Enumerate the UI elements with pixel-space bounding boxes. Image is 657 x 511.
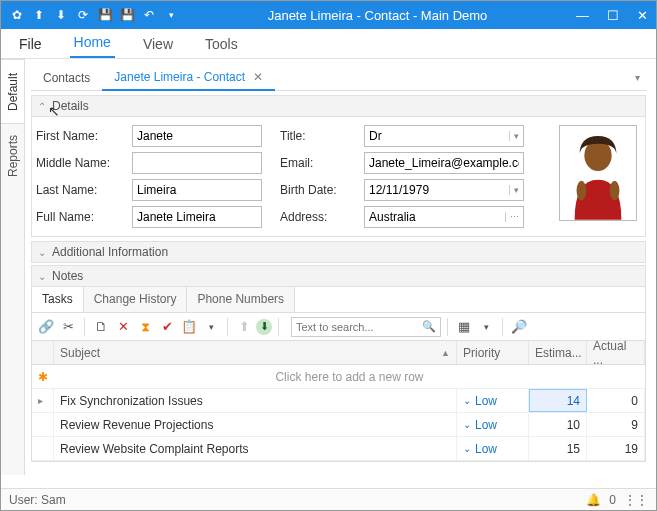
- last-name-field[interactable]: [132, 179, 262, 201]
- address-field[interactable]: ⋯: [364, 206, 524, 228]
- table-row[interactable]: ▸Fix Synchronization Issues⌄Low140: [32, 389, 645, 413]
- cell-estimated[interactable]: 10: [529, 413, 587, 436]
- dropdown-icon[interactable]: ▾: [476, 317, 496, 337]
- email-field[interactable]: [364, 152, 524, 174]
- new-icon[interactable]: 🗋: [91, 317, 111, 337]
- cell-priority[interactable]: ⌄Low: [457, 389, 529, 412]
- delete-icon[interactable]: ✕: [113, 317, 133, 337]
- up-circle-icon[interactable]: ⬆: [234, 317, 254, 337]
- dropdown-icon[interactable]: ▾: [201, 317, 221, 337]
- table-row[interactable]: Review Revenue Projections⌄Low109: [32, 413, 645, 437]
- search-input[interactable]: 🔍: [291, 317, 441, 337]
- grid-toolbar: 🔗 ✂ 🗋 ✕ ⧗ ✔ 📋 ▾ ⬆ ⬇ 🔍 ▦ ▾ 🔎: [31, 313, 646, 341]
- birth-date-field[interactable]: ▾: [364, 179, 524, 201]
- link-icon[interactable]: 🔗: [36, 317, 56, 337]
- details-panel: First Name: Middle Name: Last Name: Full…: [31, 117, 646, 237]
- contact-photo[interactable]: [559, 125, 637, 221]
- cell-actual[interactable]: 0: [587, 389, 645, 412]
- sub-tab-phone-numbers[interactable]: Phone Numbers: [187, 287, 295, 312]
- sub-tab-change-history[interactable]: Change History: [84, 287, 188, 312]
- grid-header-priority[interactable]: Priority: [457, 341, 529, 364]
- close-tab-icon[interactable]: ✕: [253, 70, 263, 84]
- arrow-up-icon[interactable]: ⬆: [31, 7, 47, 23]
- row-indicator: [32, 437, 54, 460]
- grip-icon[interactable]: ⋮⋮: [624, 493, 648, 507]
- svg-point-2: [577, 181, 587, 200]
- doc-tab-contact-detail[interactable]: Janete Limeira - Contact ✕: [102, 65, 275, 91]
- cell-actual[interactable]: 9: [587, 413, 645, 436]
- window-buttons: — ☐ ✕: [576, 8, 648, 23]
- sub-tabs: Tasks Change History Phone Numbers: [31, 287, 646, 313]
- section-header-details[interactable]: ⌃ Details: [31, 95, 646, 117]
- label-middle-name: Middle Name:: [36, 152, 128, 174]
- doc-tabs-dropdown[interactable]: ▾: [629, 68, 646, 87]
- qat-dropdown-icon[interactable]: ▾: [163, 7, 179, 23]
- chevron-down-icon: ⌄: [463, 419, 471, 430]
- ribbon-tab-view[interactable]: View: [139, 30, 177, 58]
- minimize-button[interactable]: —: [576, 8, 589, 23]
- ribbon-tab-file[interactable]: File: [15, 30, 46, 58]
- gear-icon[interactable]: ✿: [9, 7, 25, 23]
- check-icon[interactable]: ✔: [157, 317, 177, 337]
- ribbon-tab-tools[interactable]: Tools: [201, 30, 242, 58]
- grid-header-estimated[interactable]: Estima...: [529, 341, 587, 364]
- label-title: Title:: [280, 125, 360, 147]
- doc-tab-contacts[interactable]: Contacts: [31, 66, 102, 90]
- chevron-down-icon[interactable]: ▾: [509, 131, 519, 141]
- table-row[interactable]: Review Website Complaint Reports⌄Low1519: [32, 437, 645, 461]
- grid-new-row[interactable]: ✱ Click here to add a new row: [32, 365, 645, 389]
- cell-priority[interactable]: ⌄Low: [457, 437, 529, 460]
- cell-estimated[interactable]: 15: [529, 437, 587, 460]
- close-button[interactable]: ✕: [637, 8, 648, 23]
- save-close-icon[interactable]: 💾: [119, 7, 135, 23]
- clipboard-icon[interactable]: 📋: [179, 317, 199, 337]
- grid-header: Subject▲ Priority Estima... Actual ...: [32, 341, 645, 365]
- bell-icon[interactable]: 🔔: [586, 493, 601, 507]
- status-bar: User: Sam 🔔 0 ⋮⋮: [1, 488, 656, 510]
- label-first-name: First Name:: [36, 125, 128, 147]
- cell-actual[interactable]: 19: [587, 437, 645, 460]
- label-address: Address:: [280, 206, 360, 228]
- ribbon-tab-home[interactable]: Home: [70, 28, 115, 58]
- grid-header-indicator: [32, 341, 54, 364]
- chevron-down-icon[interactable]: ▾: [509, 185, 519, 195]
- status-user: User: Sam: [9, 493, 66, 507]
- ellipsis-icon[interactable]: ⋯: [505, 212, 519, 222]
- full-name-field[interactable]: [132, 206, 262, 228]
- hourglass-icon[interactable]: ⧗: [135, 317, 155, 337]
- chevron-up-icon: ⌃: [38, 101, 46, 112]
- maximize-button[interactable]: ☐: [607, 8, 619, 23]
- sort-asc-icon: ▲: [441, 348, 450, 358]
- save-icon[interactable]: 💾: [97, 7, 113, 23]
- cell-subject[interactable]: Review Revenue Projections: [54, 413, 457, 436]
- middle-name-field[interactable]: [132, 152, 262, 174]
- arrow-down-icon[interactable]: ⬇: [53, 7, 69, 23]
- cell-estimated[interactable]: 14: [529, 389, 587, 412]
- chevron-down-icon: ⌄: [38, 247, 46, 258]
- section-header-notes[interactable]: ⌄ Notes: [31, 265, 646, 287]
- refresh-icon[interactable]: ⟳: [75, 7, 91, 23]
- window-title: Janete Limeira - Contact - Main Demo: [179, 8, 576, 23]
- grid-header-subject[interactable]: Subject▲: [54, 341, 457, 364]
- side-tab-reports[interactable]: Reports: [1, 123, 24, 187]
- row-indicator: ▸: [32, 389, 54, 412]
- down-circle-icon[interactable]: ⬇: [256, 319, 272, 335]
- layout-icon[interactable]: ▦: [454, 317, 474, 337]
- quick-access-toolbar: ✿ ⬆ ⬇ ⟳ 💾 💾 ↶ ▾: [9, 7, 179, 23]
- unlink-icon[interactable]: ✂: [58, 317, 78, 337]
- side-tab-default[interactable]: Default: [1, 59, 24, 123]
- preview-icon[interactable]: 🔎: [509, 317, 529, 337]
- section-header-additional[interactable]: ⌄ Additional Information: [31, 241, 646, 263]
- cell-subject[interactable]: Fix Synchronization Issues: [54, 389, 457, 412]
- title-field[interactable]: ▾: [364, 125, 524, 147]
- first-name-field[interactable]: [132, 125, 262, 147]
- cell-subject[interactable]: Review Website Complaint Reports: [54, 437, 457, 460]
- sub-tab-tasks[interactable]: Tasks: [32, 287, 84, 312]
- titlebar: ✿ ⬆ ⬇ ⟳ 💾 💾 ↶ ▾ Janete Limeira - Contact…: [1, 1, 656, 29]
- grid-header-actual[interactable]: Actual ...: [587, 341, 645, 364]
- undo-icon[interactable]: ↶: [141, 7, 157, 23]
- label-email: Email:: [280, 152, 360, 174]
- search-icon[interactable]: 🔍: [422, 320, 436, 333]
- cell-priority[interactable]: ⌄Low: [457, 413, 529, 436]
- svg-point-3: [610, 181, 620, 200]
